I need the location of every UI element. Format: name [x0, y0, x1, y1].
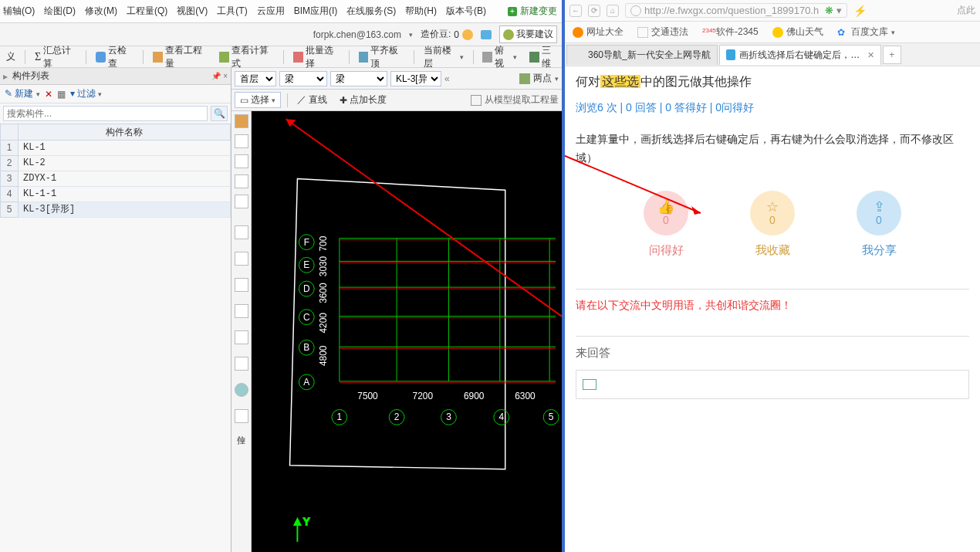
tool-icon[interactable]: [235, 154, 248, 168]
good-question-action[interactable]: 👍0 问得好: [644, 191, 688, 258]
menu-modify[interactable]: 修改(M): [85, 5, 117, 18]
extend-icon[interactable]: [235, 225, 248, 239]
question-stats: 浏览6 次 | 0 回答 | 0 答得好 | 0问得好: [576, 101, 969, 115]
pin-icon[interactable]: 📌 ×: [211, 72, 228, 80]
tool-3d[interactable]: 三维: [526, 43, 562, 71]
menu-view[interactable]: 视图(V): [177, 5, 208, 18]
tab-item[interactable]: 360导航_新一代安全上网导航: [566, 45, 718, 65]
filter-button[interactable]: ▾ 过滤 ▾: [70, 87, 103, 100]
bookmark-item[interactable]: 2345软件-2345: [702, 25, 759, 39]
cloud-icon[interactable]: [235, 383, 248, 397]
new-component-button[interactable]: ✎ 新建 ▾: [5, 87, 40, 100]
delete-button[interactable]: ✕: [45, 89, 52, 100]
tool-cloud-check[interactable]: 云检查: [93, 43, 137, 71]
component-select[interactable]: KL-3[异形: [390, 71, 441, 86]
tool-view-formula[interactable]: 查看计算式: [216, 43, 277, 71]
bookmark-item[interactable]: 交通违法: [637, 25, 688, 39]
tool-batch-select[interactable]: 批量选择: [290, 43, 343, 71]
add-length-tool[interactable]: ✚点加长度: [336, 93, 390, 107]
message-icon[interactable]: [481, 30, 492, 39]
tab-item[interactable]: 画折线选择后右键确定后，再右键 ✕: [719, 45, 881, 65]
baidu-icon: ✿: [837, 27, 848, 38]
share-icon: ⇪: [874, 200, 885, 214]
close-tab-icon[interactable]: ✕: [867, 50, 874, 60]
menu-online[interactable]: 在线服务(S): [346, 5, 396, 18]
column-name-header: 构件名称: [19, 124, 231, 141]
tab-bar: 360导航_新一代安全上网导航 画折线选择后右键确定后，再右键 ✕ +: [565, 43, 980, 66]
image-icon[interactable]: [583, 379, 596, 390]
menu-quantity[interactable]: 工程量(Q): [127, 5, 167, 18]
bean-icon: [462, 29, 473, 40]
search-input[interactable]: [3, 106, 208, 121]
tool-view-qty[interactable]: 查看工程量: [150, 43, 211, 71]
chevron-down-icon[interactable]: ▾: [836, 5, 842, 16]
question-body: 土建算量中，画折线选择后右键确定后，再右键为什么会取消选择，而不修改区域）: [576, 130, 969, 168]
menu-aux-axis[interactable]: 辅轴(O): [3, 5, 35, 18]
category-select[interactable]: 梁: [279, 71, 327, 86]
line-tool[interactable]: ／直线: [294, 93, 330, 107]
menu-draw[interactable]: 绘图(D): [44, 5, 76, 18]
menu-help[interactable]: 帮助(H): [405, 5, 437, 18]
drawing-canvas[interactable]: F E D C B A 1 2 3 4 5: [252, 111, 562, 552]
tool-align-slab[interactable]: 平齐板顶: [356, 43, 408, 71]
back-button[interactable]: ←: [569, 5, 582, 17]
tool-def[interactable]: 义: [3, 49, 19, 64]
tool-current-floor[interactable]: 当前楼层▾: [421, 43, 466, 71]
favorite-action[interactable]: ☆0 我收藏: [750, 191, 795, 258]
cad-application: 辅轴(O) 绘图(D) 修改(M) 工程量(Q) 视图(V) 工具(T) 云应用…: [0, 0, 565, 552]
menu-bim[interactable]: BIM应用(I): [294, 5, 338, 18]
stretch-icon[interactable]: [235, 409, 248, 423]
home-button[interactable]: ⌂: [607, 5, 619, 17]
table-row[interactable]: 5KL-3[异形]: [0, 202, 231, 218]
merge-icon[interactable]: [235, 304, 248, 318]
browser-navbar: ← ⟳ ⌂ http://e.fwxgx.com/question_189917…: [565, 0, 980, 22]
thumb-up-icon: 👍: [657, 200, 674, 214]
tool-icon[interactable]: [235, 195, 248, 208]
bookmark-bar: 网址大全 交通违法 2345软件-2345 佛山天气 ✿百度文库▾: [565, 22, 980, 43]
extract-quantity[interactable]: 从模型提取工程量: [471, 93, 559, 107]
feedback-button[interactable]: 我要建议: [499, 25, 557, 43]
vertical-toolbar: 延伸 修剪 打断 合并 分割 对齐 偏移 拉伸: [231, 111, 252, 552]
new-change-button[interactable]: +新建变更: [508, 5, 557, 18]
table-row[interactable]: 4KL-1-1: [0, 187, 231, 202]
subtype-select[interactable]: 梁: [330, 71, 387, 86]
svg-text:B: B: [303, 342, 309, 353]
svg-text:4200: 4200: [318, 313, 329, 334]
menu-version[interactable]: 版本号(B): [446, 5, 486, 18]
menu-tools[interactable]: 工具(T): [217, 5, 247, 18]
tool-top-view[interactable]: 俯视▾: [479, 43, 520, 71]
table-row[interactable]: 1KL-1: [0, 141, 231, 156]
svg-text:Y: Y: [303, 516, 309, 527]
bookmark-item[interactable]: ✿百度文库▾: [837, 25, 895, 39]
split-icon[interactable]: [235, 330, 248, 344]
refresh-button[interactable]: ⟳: [588, 5, 600, 17]
bookmark-item[interactable]: 佛山天气: [772, 25, 823, 39]
new-tab-button[interactable]: +: [883, 46, 901, 64]
align-icon[interactable]: [235, 357, 248, 371]
browser-window: ← ⟳ ⌂ http://e.fwxgx.com/question_189917…: [565, 0, 980, 552]
trim-icon[interactable]: [235, 252, 248, 266]
tool-summary[interactable]: Σ汇总计算: [32, 43, 79, 71]
answer-editor[interactable]: [576, 370, 969, 399]
batch-icon: [293, 52, 303, 63]
table-row[interactable]: 3ZDYX-1: [0, 171, 231, 187]
address-bar[interactable]: http://e.fwxgx.com/question_1899170.h ❋ …: [625, 3, 847, 18]
menu-cloud[interactable]: 云应用: [257, 5, 285, 18]
email-dropdown[interactable]: ▾: [409, 31, 413, 39]
tool-icon[interactable]: [235, 134, 248, 148]
tool-icon[interactable]: [235, 174, 248, 188]
svg-text:6300: 6300: [515, 391, 536, 401]
bookmark-item[interactable]: 网址大全: [573, 25, 623, 39]
share-action[interactable]: ⇪0 我分享: [857, 191, 901, 258]
search-button[interactable]: 🔍: [211, 106, 228, 121]
select-tool[interactable]: ▭选择▾: [235, 92, 281, 108]
brush-icon[interactable]: [235, 114, 248, 128]
table-row[interactable]: 2KL-2: [0, 156, 231, 171]
break-icon[interactable]: [235, 278, 248, 292]
component-grid: 构件名称 1KL-1 2KL-2 3ZDYX-1 4KL-1-1 5KL-3[异…: [0, 124, 231, 552]
copy-button[interactable]: ▦: [57, 89, 66, 100]
click-here[interactable]: 点此: [957, 4, 975, 17]
two-point-tool[interactable]: 两点▾: [519, 72, 559, 85]
lightning-icon[interactable]: ⚡: [853, 5, 867, 17]
floor-select[interactable]: 首层: [235, 71, 276, 86]
